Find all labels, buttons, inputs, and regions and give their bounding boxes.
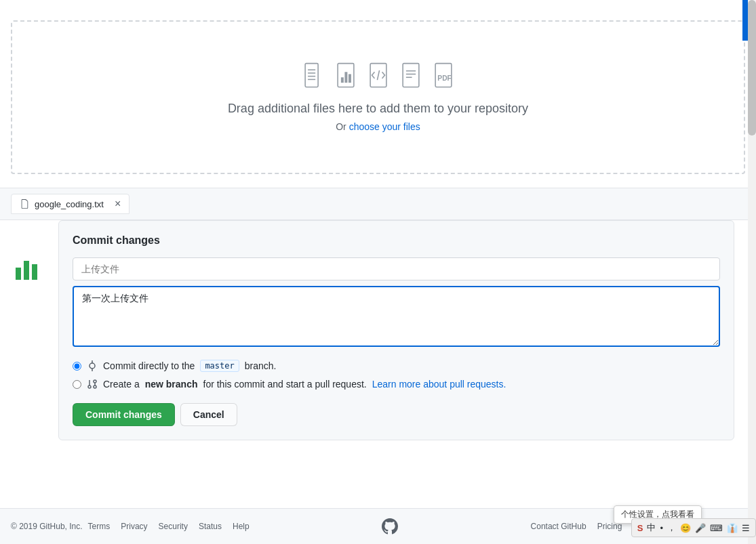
ime-dot[interactable]: • bbox=[660, 523, 663, 533]
file-chart-icon bbox=[333, 62, 359, 88]
radio-direct-suffix: branch. bbox=[245, 360, 277, 371]
commit-changes-button[interactable]: Commit changes bbox=[73, 403, 175, 426]
github-logo bbox=[382, 518, 398, 535]
svg-rect-11 bbox=[403, 64, 419, 87]
footer-link-help[interactable]: Help bbox=[233, 522, 250, 531]
radio-new-branch-bold: new branch bbox=[145, 379, 198, 390]
blue-sidebar-accent bbox=[742, 0, 748, 41]
footer-link-terms[interactable]: Terms bbox=[88, 522, 111, 531]
svg-rect-0 bbox=[305, 64, 318, 87]
choose-files-link[interactable]: choose your files bbox=[349, 121, 420, 132]
drop-zone-subtext: Or choose your files bbox=[336, 121, 420, 132]
avatar-icon bbox=[11, 251, 45, 285]
commit-description-textarea[interactable]: 第一次上传文件 bbox=[73, 286, 720, 347]
file-code-icon bbox=[365, 62, 391, 88]
drop-zone-or-text: Or bbox=[336, 121, 349, 132]
scrollbar-thumb[interactable] bbox=[748, 0, 756, 135]
ime-keyboard[interactable]: ⌨ bbox=[710, 523, 723, 533]
svg-text:PDF: PDF bbox=[437, 75, 452, 82]
svg-point-25 bbox=[94, 385, 96, 388]
radio-direct-option: Commit directly to the master branch. bbox=[73, 360, 720, 372]
ime-mode[interactable]: 中 bbox=[647, 522, 656, 534]
footer-left: © 2019 GitHub, Inc. Terms Privacy Securi… bbox=[11, 522, 250, 531]
drop-zone-wrapper: PDF Drag additional files here to add th… bbox=[0, 0, 756, 188]
file-sequence-icon bbox=[300, 62, 326, 88]
radio-direct-label: Commit directly to the bbox=[103, 360, 195, 371]
radio-new-branch-option: Create a new branch for this commit and … bbox=[73, 379, 720, 390]
drop-zone-heading: Drag additional files here to add them t… bbox=[228, 102, 528, 116]
svg-rect-8 bbox=[348, 74, 351, 83]
pull-requests-learn-more-link[interactable]: Learn more about pull requests. bbox=[372, 379, 506, 390]
drop-zone-icons: PDF bbox=[300, 62, 456, 88]
footer-center bbox=[382, 518, 398, 535]
file-tab-name: google_coding.txt bbox=[35, 199, 104, 209]
ime-chinese[interactable]: S bbox=[637, 523, 643, 533]
footer-copyright: © 2019 GitHub, Inc. bbox=[11, 522, 83, 531]
footer-link-contact-github[interactable]: Contact GitHub bbox=[531, 522, 586, 531]
scrollbar[interactable] bbox=[748, 0, 756, 544]
ime-shirt[interactable]: 👔 bbox=[727, 523, 738, 533]
radio-group: Commit directly to the master branch. bbox=[73, 360, 720, 390]
button-row: Commit changes Cancel bbox=[73, 403, 720, 426]
ime-emoji[interactable]: 😊 bbox=[680, 523, 691, 533]
ime-toolbar[interactable]: S 中 • ， 😊 🎤 ⌨ 👔 ☰ bbox=[631, 518, 756, 537]
commit-section: Commit changes 第一次上传文件 Commit directly t… bbox=[58, 220, 734, 440]
footer-left-links: Terms Privacy Security Status Help bbox=[88, 522, 250, 531]
content-area: PDF Drag additional files here to add th… bbox=[0, 0, 756, 508]
file-pdf-icon: PDF bbox=[431, 62, 456, 88]
ime-comma[interactable]: ， bbox=[667, 522, 676, 534]
branch-badge: master bbox=[200, 360, 239, 372]
radio-new-branch-text-start: Create a bbox=[103, 379, 140, 390]
svg-point-24 bbox=[94, 380, 96, 383]
svg-rect-18 bbox=[24, 261, 29, 280]
radio-direct-input[interactable] bbox=[73, 362, 81, 371]
svg-rect-7 bbox=[344, 72, 347, 83]
commit-changes-title: Commit changes bbox=[73, 234, 720, 247]
radio-new-branch-input[interactable] bbox=[73, 380, 81, 389]
commit-message-input[interactable] bbox=[73, 257, 720, 280]
svg-rect-19 bbox=[32, 264, 37, 280]
ime-menu[interactable]: ☰ bbox=[742, 523, 750, 533]
radio-new-branch-text-mid: for this commit and start a pull request… bbox=[203, 379, 367, 390]
footer-link-privacy[interactable]: Privacy bbox=[121, 522, 147, 531]
file-text-icon bbox=[398, 62, 424, 88]
svg-point-23 bbox=[88, 385, 91, 388]
cancel-button[interactable]: Cancel bbox=[180, 403, 237, 426]
ime-mic[interactable]: 🎤 bbox=[695, 523, 706, 533]
commit-section-outer: Commit changes 第一次上传文件 Commit directly t… bbox=[47, 220, 745, 465]
svg-line-10 bbox=[377, 70, 379, 80]
pull-request-icon bbox=[87, 379, 98, 390]
svg-rect-17 bbox=[16, 268, 21, 280]
footer-link-status[interactable]: Status bbox=[199, 522, 222, 531]
drop-zone[interactable]: PDF Drag additional files here to add th… bbox=[11, 20, 745, 174]
file-tab[interactable]: google_coding.txt × bbox=[11, 194, 130, 214]
svg-rect-6 bbox=[340, 77, 343, 83]
file-tab-close-button[interactable]: × bbox=[115, 198, 121, 209]
svg-point-20 bbox=[89, 363, 95, 369]
file-tab-container: google_coding.txt × bbox=[0, 188, 756, 220]
commit-icon bbox=[87, 360, 98, 371]
footer-link-security[interactable]: Security bbox=[159, 522, 188, 531]
file-icon bbox=[20, 199, 29, 209]
page-wrapper: PDF Drag additional files here to add th… bbox=[0, 0, 756, 544]
